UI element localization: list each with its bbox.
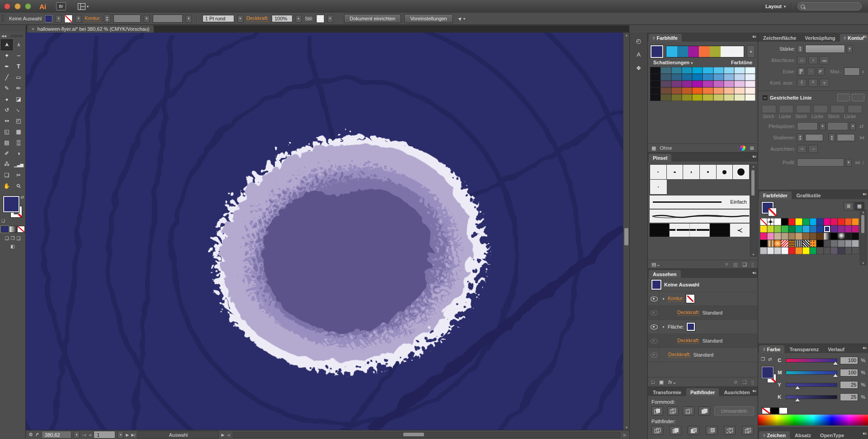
panel-menu-icon[interactable]: ▾≡ — [752, 154, 756, 159]
swatches-scrollbar-thumb[interactable] — [861, 215, 864, 233]
tab-verlauf[interactable]: Verlauf — [824, 345, 849, 353]
variation-swatch[interactable] — [671, 87, 682, 94]
slider-handle[interactable] — [833, 362, 838, 365]
weight-field[interactable] — [805, 45, 845, 53]
black-color-chip[interactable] — [770, 407, 779, 414]
swatch[interactable] — [830, 247, 838, 254]
swatch[interactable] — [767, 233, 774, 240]
swatch[interactable] — [788, 218, 796, 225]
variation-swatch[interactable] — [713, 94, 724, 101]
swatch[interactable] — [781, 225, 788, 233]
crop-button[interactable] — [706, 426, 717, 435]
opacity-field[interactable]: 100% — [272, 15, 292, 22]
stroke-dropdown-icon[interactable]: ▾ — [75, 15, 81, 23]
delete-item-icon[interactable]: ▯ — [751, 379, 754, 385]
clear-appearance-icon[interactable]: ⊘ — [734, 379, 738, 385]
variation-swatch[interactable] — [745, 81, 755, 87]
swatch[interactable] — [781, 233, 788, 240]
close-tab-icon[interactable]: × — [32, 27, 34, 32]
channel-value-field[interactable]: 100 — [840, 369, 858, 377]
layout-switcher[interactable]: Layout ▾ — [765, 4, 786, 9]
mesh-tool[interactable]: ▤ — [1, 137, 13, 148]
slider-handle[interactable] — [795, 398, 800, 401]
variation-swatch[interactable] — [660, 81, 671, 87]
magic-wand-tool[interactable]: ✦ — [1, 50, 13, 61]
swatch[interactable] — [852, 247, 859, 254]
limit-colors-icon[interactable]: ▦ — [651, 145, 656, 151]
variation-swatch[interactable] — [682, 81, 692, 87]
gradient-tool[interactable]: ▒ — [13, 137, 24, 148]
harmony-swatch[interactable] — [699, 46, 710, 57]
brush-item[interactable] — [717, 165, 733, 179]
width-tool[interactable]: ↭ — [1, 115, 13, 126]
scale-tool[interactable]: ↔ — [13, 105, 24, 115]
panel-menu-icon[interactable]: ▾≡ — [863, 431, 866, 436]
visibility-eye-icon[interactable] — [651, 353, 658, 358]
dash-field[interactable] — [848, 105, 862, 113]
swatch[interactable] — [852, 240, 859, 247]
style-dropdown-icon[interactable]: ▾ — [327, 15, 333, 23]
scroll-up-icon[interactable]: ▲ — [860, 210, 866, 214]
align-outside-button[interactable]: ┯ — [820, 79, 829, 87]
divide-button[interactable] — [651, 426, 663, 435]
swatch[interactable] — [781, 240, 788, 247]
visibility-eye-icon[interactable] — [651, 310, 658, 315]
white-color-chip[interactable] — [779, 407, 788, 414]
cap-butt-button[interactable]: ▭ — [797, 56, 807, 64]
width-profile-combo[interactable] — [797, 158, 844, 167]
variation-swatch[interactable] — [650, 67, 660, 74]
column-graph-tool[interactable]: ▁▃▅ — [13, 159, 24, 170]
miter-limit-field[interactable] — [844, 67, 860, 76]
swatch[interactable] — [845, 233, 852, 240]
swatch[interactable] — [760, 233, 767, 240]
application-bar-layout-icon[interactable]: ▾ — [78, 3, 89, 10]
variation-swatch[interactable] — [671, 94, 682, 101]
width-profile-field[interactable] — [153, 14, 183, 23]
direct-selection-tool[interactable]: ➢ — [13, 39, 24, 50]
new-stroke-icon[interactable]: □ — [651, 379, 655, 385]
swatch[interactable] — [795, 240, 802, 247]
new-brush-icon[interactable]: ❏ — [742, 262, 747, 267]
swatch[interactable] — [810, 233, 817, 240]
last-artboard-icon[interactable]: ▶| — [131, 433, 135, 437]
swatch[interactable] — [838, 225, 845, 233]
scroll-down-icon[interactable]: ▼ — [623, 426, 630, 429]
swatch[interactable] — [824, 240, 831, 247]
variation-swatch[interactable] — [703, 94, 713, 101]
draw-behind-mode-icon[interactable]: ❐ — [11, 236, 15, 241]
tab-zeichen[interactable]: ◊Zeichen — [759, 431, 790, 439]
variation-swatch[interactable] — [682, 94, 692, 101]
brush-item[interactable] — [650, 180, 667, 195]
variation-swatch[interactable] — [745, 67, 755, 74]
swatch[interactable] — [802, 218, 810, 225]
harmony-swatch[interactable] — [677, 46, 688, 57]
swatch[interactable] — [795, 233, 802, 240]
swatch[interactable] — [810, 225, 817, 233]
swatch[interactable] — [852, 218, 859, 225]
brush-item[interactable] — [650, 165, 666, 179]
hscroll-right-icon[interactable]: ▶ — [623, 433, 627, 437]
variation-swatch[interactable] — [713, 87, 724, 94]
dash-field[interactable] — [830, 105, 845, 113]
scroll-down-icon[interactable]: ▼ — [860, 262, 866, 265]
fill-opacity-label[interactable]: Deckkraft: — [677, 338, 700, 344]
swatch[interactable] — [795, 218, 802, 225]
horizontal-scrollbar[interactable] — [233, 432, 620, 438]
swatch[interactable] — [760, 247, 767, 254]
variation-swatch[interactable] — [682, 67, 692, 74]
swatch[interactable] — [824, 218, 831, 225]
scroll-down-icon[interactable]: ▼ — [750, 253, 756, 256]
appearance-row-stroke[interactable]: ▼ Kontur: — [648, 292, 758, 306]
slice-tool[interactable]: ✂ — [13, 170, 24, 181]
appearance-row-stroke-opacity[interactable]: Deckkraft: Standard — [648, 306, 758, 320]
variation-swatch[interactable] — [692, 87, 703, 94]
align-center-button[interactable]: ╀ — [797, 79, 807, 87]
collapse-tools-icon[interactable]: ◀◀ — [1, 34, 6, 38]
swatch[interactable] — [802, 233, 810, 240]
fill-indicator-swatch[interactable] — [762, 367, 774, 378]
variation-swatch[interactable] — [692, 74, 703, 81]
opacity-dropdown-icon[interactable]: ▸ — [296, 15, 302, 23]
swatch[interactable] — [781, 247, 788, 254]
dash-field[interactable] — [796, 105, 811, 113]
brush-item[interactable] — [667, 165, 683, 179]
